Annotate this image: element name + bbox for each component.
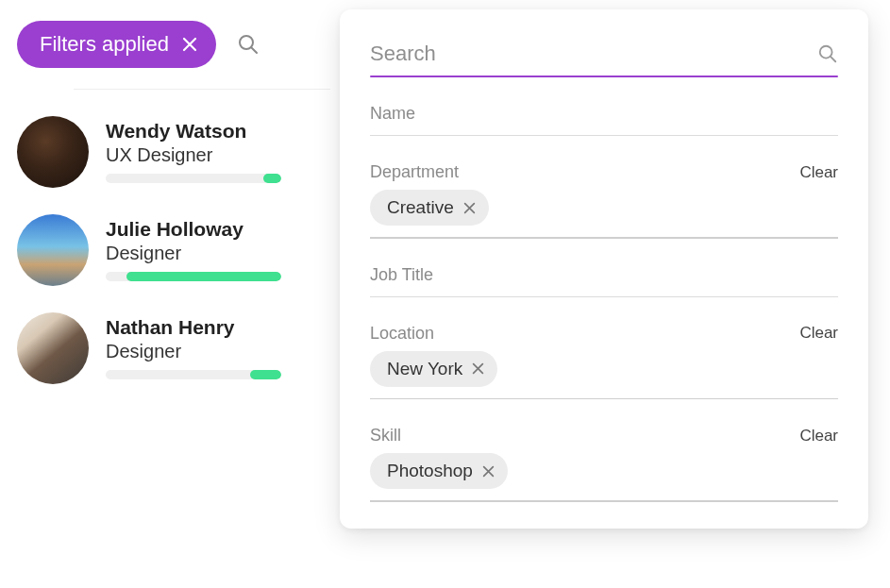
close-icon[interactable] bbox=[482, 465, 495, 478]
divider bbox=[74, 89, 330, 90]
avatar bbox=[17, 214, 89, 286]
close-icon[interactable] bbox=[182, 37, 197, 52]
field-underline bbox=[370, 296, 838, 297]
search-icon[interactable] bbox=[817, 43, 838, 64]
clear-button[interactable]: Clear bbox=[799, 324, 838, 343]
field-label: Department bbox=[370, 162, 459, 182]
clear-button[interactable]: Clear bbox=[799, 427, 838, 445]
svg-line-3 bbox=[831, 57, 835, 61]
field-label: Name bbox=[370, 104, 415, 124]
filters-applied-pill[interactable]: Filters applied bbox=[17, 21, 216, 68]
close-icon[interactable] bbox=[472, 362, 484, 375]
field-underline bbox=[370, 135, 838, 136]
progress-bar-fill bbox=[126, 272, 281, 281]
field-underline bbox=[370, 500, 838, 502]
person-role: UX Designer bbox=[106, 144, 330, 166]
avatar bbox=[17, 116, 89, 188]
clear-button[interactable]: Clear bbox=[799, 163, 838, 182]
filters-applied-label: Filters applied bbox=[40, 32, 169, 57]
chip-label: New York bbox=[387, 359, 462, 379]
progress-bar bbox=[106, 174, 281, 183]
person-row[interactable]: Julie Holloway Designer bbox=[17, 214, 330, 286]
filter-field-name[interactable]: Name bbox=[370, 104, 838, 136]
filter-field-skill[interactable]: Skill Clear Photoshop bbox=[370, 426, 838, 502]
progress-bar-fill bbox=[263, 174, 281, 183]
person-role: Designer bbox=[106, 243, 330, 264]
person-name: Nathan Henry bbox=[106, 316, 330, 339]
filter-panel: Name Department Clear Creative Job Title bbox=[340, 9, 868, 529]
filter-field-job-title[interactable]: Job Title bbox=[370, 265, 838, 297]
progress-bar bbox=[106, 272, 281, 281]
field-label: Location bbox=[370, 324, 434, 344]
chip-label: Photoshop bbox=[387, 461, 473, 481]
progress-bar-fill bbox=[250, 370, 281, 379]
chip-label: Creative bbox=[387, 197, 454, 218]
search-icon[interactable] bbox=[237, 33, 260, 56]
person-role: Designer bbox=[106, 341, 330, 362]
person-name: Wendy Watson bbox=[106, 120, 330, 143]
svg-line-1 bbox=[251, 47, 257, 53]
filter-field-location[interactable]: Location Clear New York bbox=[370, 324, 838, 400]
person-row[interactable]: Nathan Henry Designer bbox=[17, 312, 330, 384]
person-row[interactable]: Wendy Watson UX Designer bbox=[17, 116, 330, 188]
filter-chip-skill[interactable]: Photoshop bbox=[370, 453, 508, 489]
search-underline bbox=[370, 76, 838, 77]
field-label: Skill bbox=[370, 426, 401, 445]
avatar bbox=[17, 312, 89, 384]
close-icon[interactable] bbox=[463, 202, 476, 214]
person-name: Julie Holloway bbox=[106, 218, 330, 241]
filter-chip-location[interactable]: New York bbox=[370, 351, 497, 387]
filter-chip-department[interactable]: Creative bbox=[370, 190, 489, 226]
field-label: Job Title bbox=[370, 265, 433, 285]
filter-field-department[interactable]: Department Clear Creative bbox=[370, 162, 838, 239]
field-underline bbox=[370, 237, 838, 239]
search-input[interactable] bbox=[370, 40, 817, 68]
field-underline bbox=[370, 398, 838, 400]
progress-bar bbox=[106, 370, 281, 379]
